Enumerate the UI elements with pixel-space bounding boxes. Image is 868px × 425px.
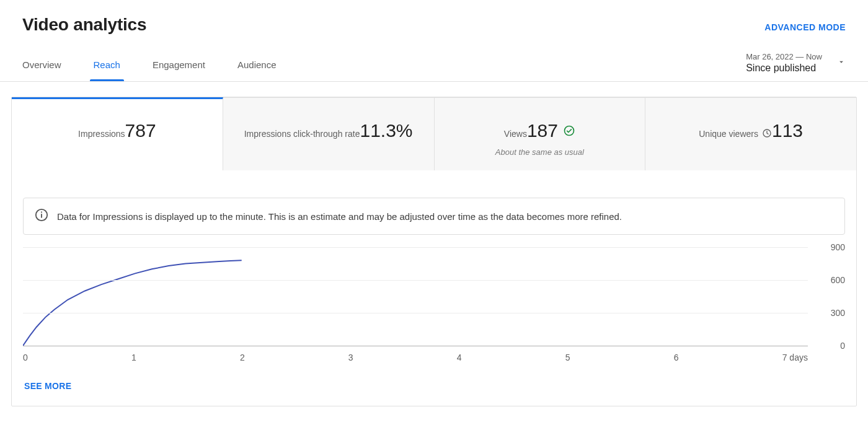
date-range-picker[interactable]: Mar 26, 2022 — Now Since published — [746, 52, 846, 81]
page-title: Video analytics — [22, 15, 146, 35]
metric-label: Views — [504, 129, 527, 139]
date-range-text: Mar 26, 2022 — Now — [746, 52, 822, 61]
advanced-mode-link[interactable]: ADVANCED MODE — [764, 22, 846, 32]
info-banner-text: Data for Impressions is displayed up to … — [57, 211, 622, 222]
analytics-card: Impressions787Impressions click-through … — [11, 97, 857, 406]
metric-tab-unique-viewers[interactable]: Unique viewers113 — [645, 97, 856, 170]
check-circle-icon — [563, 120, 575, 141]
metric-tab-views[interactable]: Views187About the same as usual — [435, 97, 646, 170]
metric-tab-impressions-click-through-rate[interactable]: Impressions click-through rate11.3% — [223, 97, 435, 170]
metric-value: 11.3% — [360, 120, 412, 141]
svg-point-0 — [564, 126, 574, 136]
x-tick-label: 0 — [23, 353, 28, 362]
y-tick-label: 300 — [831, 308, 845, 318]
y-tick-label: 0 — [840, 341, 845, 351]
metric-label: Impressions click-through rate — [244, 129, 360, 139]
x-tick-label: 2 — [240, 353, 245, 362]
metric-value: 787 — [125, 120, 156, 141]
metric-tab-impressions[interactable]: Impressions787 — [12, 97, 223, 170]
impressions-chart: 01234567 days 0300600900 — [23, 247, 845, 362]
svg-rect-3 — [41, 214, 42, 217]
clock-icon — [762, 128, 772, 140]
tab-overview[interactable]: Overview — [22, 59, 61, 81]
info-icon — [35, 208, 48, 224]
x-tick-label: 3 — [348, 353, 353, 362]
chart-gridline — [23, 280, 808, 281]
chart-gridline — [23, 313, 808, 313]
tab-reach[interactable]: Reach — [94, 59, 120, 81]
metric-label: Unique viewers — [699, 128, 772, 140]
y-tick-label: 900 — [831, 242, 845, 252]
metric-value: 113 — [772, 120, 803, 141]
chart-gridline — [23, 247, 808, 248]
tab-engagement[interactable]: Engagement — [153, 59, 205, 81]
metric-value: 187 — [527, 120, 575, 141]
metric-tabs: Impressions787Impressions click-through … — [12, 97, 856, 170]
chevron-down-icon — [837, 58, 846, 69]
metric-subtext: About the same as usual — [441, 147, 639, 157]
info-banner: Data for Impressions is displayed up to … — [23, 198, 845, 235]
metric-label: Impressions — [78, 129, 125, 139]
x-tick-label: 4 — [457, 353, 462, 362]
x-tick-label: 5 — [565, 353, 570, 362]
date-range-label: Since published — [746, 63, 822, 74]
tab-audience[interactable]: Audience — [237, 59, 277, 81]
chart-series-line — [23, 260, 242, 346]
main-tabs: OverviewReachEngagementAudience — [22, 59, 277, 81]
x-tick-label: 1 — [131, 353, 136, 362]
x-tick-label: 6 — [674, 353, 679, 362]
see-more-link[interactable]: SEE MORE — [24, 381, 71, 391]
x-tick-label: 7 days — [782, 353, 808, 362]
y-tick-label: 600 — [831, 275, 845, 285]
svg-rect-4 — [41, 212, 42, 213]
